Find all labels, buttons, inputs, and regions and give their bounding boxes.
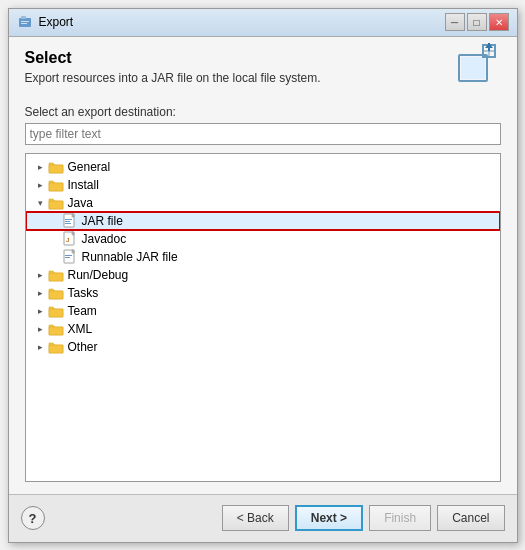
svg-rect-31: [49, 309, 63, 317]
label-run-debug: Run/Debug: [68, 268, 129, 282]
svg-rect-13: [49, 201, 63, 209]
arrow-runnable: [48, 250, 62, 264]
svg-text:J: J: [66, 237, 69, 243]
close-button[interactable]: ✕: [489, 13, 509, 31]
next-button[interactable]: Next >: [295, 505, 363, 531]
svg-rect-0: [19, 18, 31, 27]
titlebar-left: Export: [17, 14, 74, 30]
svg-rect-17: [65, 219, 72, 220]
arrow-general: [34, 160, 48, 174]
window-icon: [17, 14, 33, 30]
button-group: < Back Next > Finish Cancel: [222, 505, 505, 531]
folder-icon-tasks: [48, 285, 64, 301]
titlebar: Export ─ □ ✕: [9, 9, 517, 37]
svg-rect-1: [21, 16, 26, 19]
label-install: Install: [68, 178, 99, 192]
help-button[interactable]: ?: [21, 506, 45, 530]
tree-item-jar-file[interactable]: JAR file: [26, 212, 500, 230]
finish-button[interactable]: Finish: [369, 505, 431, 531]
jar-file-icon: [62, 213, 78, 229]
tree-item-xml[interactable]: XML: [26, 320, 500, 338]
folder-icon-java: [48, 195, 64, 211]
arrow-jar: [48, 214, 62, 228]
arrow-javadoc: [48, 232, 62, 246]
svg-rect-2: [21, 21, 29, 22]
svg-rect-28: [65, 257, 70, 258]
export-icon: [453, 49, 501, 92]
folder-icon-general: [48, 159, 64, 175]
arrow-tasks: [34, 286, 48, 300]
minimize-button[interactable]: ─: [445, 13, 465, 31]
window-title: Export: [39, 15, 74, 29]
svg-rect-32: [49, 327, 63, 335]
svg-rect-5: [461, 57, 485, 79]
svg-rect-3: [21, 23, 27, 24]
label-tasks: Tasks: [68, 286, 99, 300]
tree-item-javadoc[interactable]: J Javadoc: [26, 230, 500, 248]
export-window: Export ─ □ ✕ Select Export resources int…: [8, 8, 518, 543]
svg-rect-33: [49, 345, 63, 353]
label-runnable-jar: Runnable JAR file: [82, 250, 178, 264]
label-jar-file: JAR file: [82, 214, 123, 228]
tree-item-runnable-jar[interactable]: Runnable JAR file: [26, 248, 500, 266]
svg-rect-27: [65, 255, 72, 256]
label-xml: XML: [68, 322, 93, 336]
cancel-button[interactable]: Cancel: [437, 505, 504, 531]
filter-input[interactable]: [25, 123, 501, 145]
svg-rect-19: [65, 223, 71, 224]
content-area: Select Export resources into a JAR file …: [9, 37, 517, 494]
folder-icon-team: [48, 303, 64, 319]
arrow-install: [34, 178, 48, 192]
maximize-button[interactable]: □: [467, 13, 487, 31]
tree-item-tasks[interactable]: Tasks: [26, 284, 500, 302]
header-row: Select Export resources into a JAR file …: [25, 49, 501, 95]
svg-rect-11: [49, 165, 63, 173]
back-button[interactable]: < Back: [222, 505, 289, 531]
label-javadoc: Javadoc: [82, 232, 127, 246]
runnable-jar-icon: [62, 249, 78, 265]
folder-icon-other: [48, 339, 64, 355]
header-text: Select Export resources into a JAR file …: [25, 49, 453, 95]
tree-item-java[interactable]: Java: [26, 194, 500, 212]
arrow-java: [34, 196, 48, 210]
tree-item-other[interactable]: Other: [26, 338, 500, 356]
section-title: Select: [25, 49, 453, 67]
folder-icon-run-debug: [48, 267, 64, 283]
tree-item-team[interactable]: Team: [26, 302, 500, 320]
svg-rect-18: [65, 221, 70, 222]
folder-icon-install: [48, 177, 64, 193]
titlebar-buttons: ─ □ ✕: [445, 13, 509, 31]
tree-item-general[interactable]: General: [26, 158, 500, 176]
filter-label: Select an export destination:: [25, 105, 501, 119]
arrow-xml: [34, 322, 48, 336]
tree-item-install[interactable]: Install: [26, 176, 500, 194]
folder-icon-xml: [48, 321, 64, 337]
label-other: Other: [68, 340, 98, 354]
label-java: Java: [68, 196, 93, 210]
javadoc-icon: J: [62, 231, 78, 247]
section-desc: Export resources into a JAR file on the …: [25, 71, 453, 85]
tree-container: General Install: [25, 153, 501, 482]
arrow-run-debug: [34, 268, 48, 282]
label-general: General: [68, 160, 111, 174]
label-team: Team: [68, 304, 97, 318]
svg-rect-12: [49, 183, 63, 191]
svg-rect-30: [49, 291, 63, 299]
tree-item-run-debug[interactable]: Run/Debug: [26, 266, 500, 284]
arrow-team: [34, 304, 48, 318]
svg-rect-29: [49, 273, 63, 281]
arrow-other: [34, 340, 48, 354]
bottom-bar: ? < Back Next > Finish Cancel: [9, 494, 517, 542]
